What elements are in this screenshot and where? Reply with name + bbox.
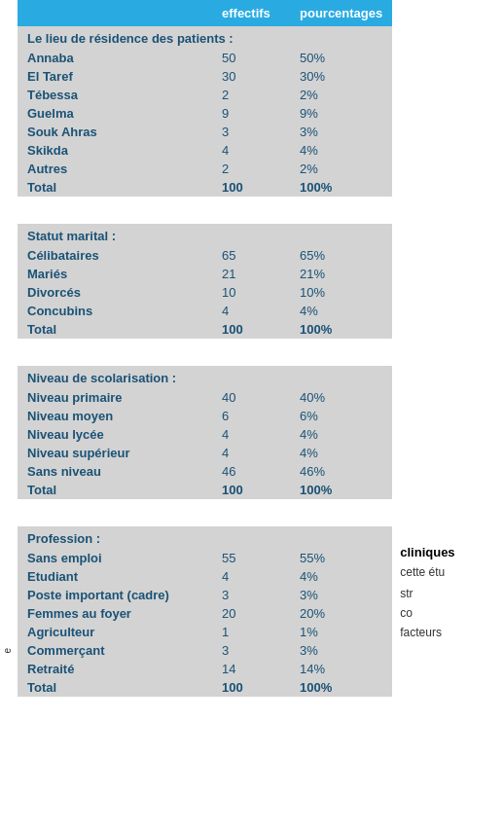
table-row: Guelma99% <box>18 104 392 123</box>
main-table-area: effectifs pourcentages Le lieu de réside… <box>18 0 392 829</box>
row-effectif-profession-6: 14 <box>212 660 290 678</box>
row-label-profession-2: Poste important (cadre) <box>18 586 212 604</box>
table-row: Agriculteur11% <box>18 623 392 641</box>
row-pourcentage-marital-3: 4% <box>290 302 392 320</box>
table-row: Sans emploi5555% <box>18 549 392 567</box>
table-row: Etudiant44% <box>18 567 392 586</box>
row-label-scolarisation-2: Niveau lycée <box>18 425 212 444</box>
left-strip: e <box>0 0 18 829</box>
row-effectif-residence-0: 50 <box>212 49 290 67</box>
row-label-marital-0: Célibataires <box>18 246 212 265</box>
row-effectif-marital-0: 65 <box>212 246 290 265</box>
row-pourcentage-profession-5: 3% <box>290 641 392 660</box>
table-row: Divorcés1010% <box>18 283 392 302</box>
row-effectif-residence-1: 30 <box>212 67 290 86</box>
row-label-scolarisation-3: Niveau supérieur <box>18 444 212 462</box>
row-label-profession-7: Total <box>18 678 212 697</box>
row-pourcentage-scolarisation-5: 100% <box>290 481 392 499</box>
row-label-profession-4: Agriculteur <box>18 623 212 641</box>
table-row: Poste important (cadre)33% <box>18 586 392 604</box>
page-wrapper: e effectifs pourcentages Le lieu de rési… <box>0 0 504 829</box>
row-effectif-scolarisation-5: 100 <box>212 481 290 499</box>
table-row: El Taref3030% <box>18 67 392 86</box>
right-panel-content: cliniques cette étu str co facteurs <box>400 545 504 639</box>
row-pourcentage-profession-0: 55% <box>290 549 392 567</box>
row-effectif-residence-6: 2 <box>212 160 290 178</box>
row-pourcentage-residence-0: 50% <box>290 49 392 67</box>
co-text: co <box>400 606 504 620</box>
row-label-residence-4: Souk Ahras <box>18 123 212 141</box>
row-effectif-residence-2: 2 <box>212 86 290 104</box>
row-label-residence-1: El Taref <box>18 67 212 86</box>
section-header-profession: Profession : <box>18 526 392 549</box>
row-pourcentage-residence-4: 3% <box>290 123 392 141</box>
row-effectif-profession-0: 55 <box>212 549 290 567</box>
row-effectif-residence-5: 4 <box>212 141 290 160</box>
row-pourcentage-residence-7: 100% <box>290 178 392 197</box>
spacer-row-after <box>18 499 392 513</box>
row-effectif-profession-1: 4 <box>212 567 290 586</box>
row-label-residence-2: Tébessa <box>18 86 212 104</box>
row-effectif-profession-7: 100 <box>212 678 290 697</box>
row-label-residence-5: Skikda <box>18 141 212 160</box>
row-label-residence-7: Total <box>18 178 212 197</box>
total-row-marital: Total100100% <box>18 320 392 339</box>
row-label-marital-2: Divorcés <box>18 283 212 302</box>
table-row: Commerçant33% <box>18 641 392 660</box>
row-pourcentage-marital-0: 65% <box>290 246 392 265</box>
section-header-scolarisation: Niveau de scolarisation : <box>18 366 392 388</box>
table-row: Mariés2121% <box>18 265 392 283</box>
row-pourcentage-marital-1: 21% <box>290 265 392 283</box>
section-header-marital: Statut marital : <box>18 224 392 246</box>
row-pourcentage-profession-2: 3% <box>290 586 392 604</box>
row-effectif-profession-4: 1 <box>212 623 290 641</box>
table-row: Niveau lycée44% <box>18 425 392 444</box>
row-pourcentage-marital-2: 10% <box>290 283 392 302</box>
row-label-profession-6: Retraité <box>18 660 212 678</box>
row-effectif-profession-3: 20 <box>212 604 290 623</box>
total-row-residence: Total100100% <box>18 178 392 197</box>
table-row: Autres22% <box>18 160 392 178</box>
table-row: Annaba5050% <box>18 49 392 67</box>
row-effectif-scolarisation-4: 46 <box>212 462 290 481</box>
spacer-row <box>18 352 392 366</box>
row-pourcentage-scolarisation-4: 46% <box>290 462 392 481</box>
spacer-row-after <box>18 339 392 352</box>
left-strip-text-e: e <box>2 648 13 654</box>
row-pourcentage-profession-1: 4% <box>290 567 392 586</box>
row-pourcentage-scolarisation-2: 4% <box>290 425 392 444</box>
row-pourcentage-profession-3: 20% <box>290 604 392 623</box>
row-pourcentage-marital-4: 100% <box>290 320 392 339</box>
row-pourcentage-profession-7: 100% <box>290 678 392 697</box>
section-title-marital: Statut marital : <box>18 224 392 246</box>
row-label-scolarisation-5: Total <box>18 481 212 499</box>
section-title-profession: Profession : <box>18 526 392 549</box>
section-header-residence: Le lieu de résidence des patients : <box>18 26 392 49</box>
row-label-residence-6: Autres <box>18 160 212 178</box>
table-row: Niveau supérieur44% <box>18 444 392 462</box>
row-pourcentage-scolarisation-3: 4% <box>290 444 392 462</box>
row-effectif-scolarisation-2: 4 <box>212 425 290 444</box>
row-label-scolarisation-0: Niveau primaire <box>18 388 212 407</box>
row-effectif-residence-7: 100 <box>212 178 290 197</box>
table-header-row: effectifs pourcentages <box>18 0 392 26</box>
row-effectif-residence-4: 3 <box>212 123 290 141</box>
table-row: Retraité1414% <box>18 660 392 678</box>
row-label-marital-4: Total <box>18 320 212 339</box>
table-row: Niveau primaire4040% <box>18 388 392 407</box>
spacer-row <box>18 513 392 526</box>
section-title-residence: Le lieu de résidence des patients : <box>18 26 392 49</box>
total-row-scolarisation: Total100100% <box>18 481 392 499</box>
right-panel: cliniques cette étu str co facteurs <box>392 0 504 829</box>
str-text: str <box>400 587 504 600</box>
row-label-marital-1: Mariés <box>18 265 212 283</box>
table-row: Skikda44% <box>18 141 392 160</box>
spacer-row <box>18 210 392 224</box>
row-label-scolarisation-4: Sans niveau <box>18 462 212 481</box>
spacer-row-after <box>18 697 392 710</box>
facteurs-text: facteurs <box>400 626 504 639</box>
table-row: Sans niveau4646% <box>18 462 392 481</box>
row-effectif-profession-5: 3 <box>212 641 290 660</box>
row-effectif-marital-2: 10 <box>212 283 290 302</box>
row-effectif-marital-4: 100 <box>212 320 290 339</box>
